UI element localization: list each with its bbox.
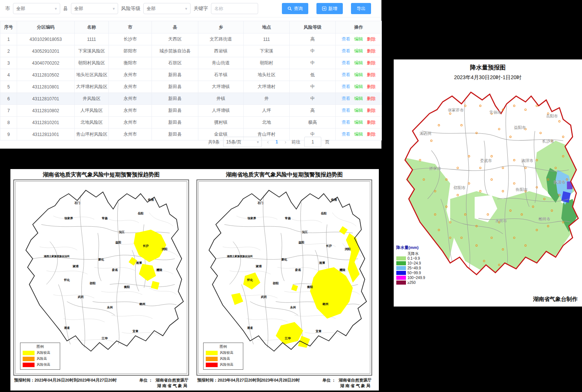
legend-label: 风险较高	[220, 350, 233, 355]
cell-county: 石鼓区	[152, 57, 198, 69]
view-link[interactable]: 查看	[342, 60, 351, 65]
delete-link[interactable]: 删除	[367, 108, 376, 113]
edit-link[interactable]: 编辑	[354, 36, 363, 42]
edit-link[interactable]: 编辑	[354, 120, 363, 125]
cell-town: 西岩镇	[198, 45, 244, 57]
station-marker	[479, 190, 481, 192]
legend-item: 无降水	[396, 251, 425, 256]
edit-link[interactable]: 编辑	[354, 72, 363, 77]
view-link[interactable]: 查看	[342, 132, 351, 137]
add-button[interactable]: 新增	[316, 3, 343, 14]
cell-risk: 高	[290, 33, 336, 45]
prev-page-button[interactable]: ‹	[266, 139, 270, 145]
view-link[interactable]: 查看	[342, 108, 351, 113]
station-marker	[562, 136, 564, 138]
legend-swatch	[396, 261, 406, 265]
delete-link[interactable]: 删除	[367, 36, 376, 42]
goto-page-input[interactable]	[304, 137, 321, 147]
delete-link[interactable]: 删除	[367, 60, 376, 65]
edit-link[interactable]: 编辑	[354, 132, 363, 137]
export-button[interactable]: 导出	[351, 3, 371, 14]
unit-label: 单位 ：	[322, 378, 336, 389]
view-link[interactable]: 查看	[342, 48, 351, 54]
page-size-select[interactable]: 15条/页 ▾	[223, 137, 262, 147]
cell-county: 城步苗族自治县	[152, 45, 198, 57]
county-label: 临湘	[148, 198, 154, 201]
table-row: 443112810502地头社区风险区永州市新田县石羊镇地头社区低查看编辑删除	[0, 69, 382, 81]
county-label: 通道	[64, 326, 70, 330]
keyword-input[interactable]	[211, 3, 258, 14]
station-marker	[461, 124, 462, 126]
trend-maps-panel: 湖南省地质灾害气象风险中短期预警预报趋势图 石门张家界常德临湘岳阳沅江益阳湘西土…	[10, 169, 379, 391]
yellow-risk-patch	[346, 233, 360, 283]
cell-place: 地头社区	[244, 69, 290, 81]
current-page[interactable]: 1	[274, 139, 280, 145]
delete-link[interactable]: 删除	[367, 72, 376, 77]
cell-place: 朝阳村	[244, 57, 290, 69]
legend-label: 50~99.9	[407, 271, 421, 275]
table-row: 243052910201下宋溪风险区邵阳市城步苗族自治县西岩镇下宋溪中查看编辑删…	[0, 45, 382, 57]
delete-link[interactable]: 删除	[367, 96, 376, 101]
county-label: 醴陵	[156, 268, 162, 272]
view-link[interactable]: 查看	[342, 84, 351, 89]
export-button-label: 导出	[357, 6, 365, 12]
county-select[interactable]: 全部 ▾	[71, 3, 118, 14]
delete-link[interactable]: 删除	[367, 48, 376, 54]
cell-risk: 中	[290, 57, 336, 69]
county-label: 益阳	[115, 241, 121, 244]
county-label: 益阳	[298, 241, 305, 244]
county-label: 武冈	[260, 295, 267, 299]
column-header: 分区编码	[17, 21, 75, 33]
edit-link[interactable]: 编辑	[354, 96, 363, 101]
chevron-down-icon: ▾	[257, 140, 259, 145]
column-header: 序号	[0, 21, 17, 33]
delete-link[interactable]: 删除	[367, 120, 376, 125]
cell-actions: 查看编辑删除	[336, 93, 382, 105]
city-label: 湘潭市	[521, 158, 533, 163]
county-select-value: 全部	[74, 6, 83, 12]
precip-map-title: 降水量预报图	[394, 59, 582, 72]
county-label: 宜章	[316, 330, 322, 333]
cell-town: 井镇	[198, 93, 244, 105]
edit-link[interactable]: 编辑	[354, 60, 363, 65]
county-label: 临湘	[331, 198, 337, 201]
delete-link[interactable]: 删除	[367, 132, 376, 137]
goto-label: 前往	[292, 139, 300, 145]
station-marker	[479, 167, 481, 169]
cell-name: 朝阳村风险区	[75, 57, 109, 69]
search-icon	[287, 6, 292, 11]
county-label: 通道	[247, 326, 253, 330]
county-label: 湘西土家族苗族自治州	[227, 255, 253, 258]
cell-county: 新田县	[152, 105, 198, 117]
yellow-risk-patch	[298, 336, 310, 348]
cell-place: 大坪塘村	[244, 81, 290, 93]
view-link[interactable]: 查看	[342, 96, 351, 101]
county-label: 醴陵	[339, 268, 345, 272]
cell-no: 5	[0, 81, 17, 93]
next-page-button[interactable]: ›	[283, 139, 288, 145]
risk-level-select[interactable]: 全部 ▾	[143, 3, 191, 14]
city-select[interactable]: 全部 ▾	[13, 3, 60, 14]
cell-no: 2	[0, 45, 17, 57]
edit-link[interactable]: 编辑	[354, 84, 363, 89]
legend-label: 风险很高	[220, 362, 233, 367]
county-label: 张家界	[247, 217, 256, 220]
cell-risk: 极高	[290, 117, 336, 129]
city-label: 怀化市	[429, 166, 441, 171]
trend-map-title: 湖南省地质灾害气象风险中短期预警预报趋势图	[13, 171, 189, 179]
unit-org1: 湖南省自然资源厅	[156, 378, 188, 383]
station-marker	[536, 105, 538, 107]
city-label: 株洲市	[553, 179, 565, 184]
view-link[interactable]: 查看	[342, 36, 351, 42]
edit-link[interactable]: 编辑	[354, 108, 363, 113]
legend-swatch	[23, 363, 35, 367]
delete-link[interactable]: 删除	[367, 84, 376, 89]
cell-code: 43112810201	[17, 117, 75, 129]
search-button[interactable]: 查询	[282, 3, 308, 14]
view-link[interactable]: 查看	[342, 72, 351, 77]
table-row: 343040700202朝阳村风险区衡阳市石鼓区青山街道朝阳村中查看编辑删除	[0, 57, 382, 69]
view-link[interactable]: 查看	[342, 120, 351, 125]
edit-link[interactable]: 编辑	[354, 48, 363, 54]
cell-no: 7	[0, 105, 17, 117]
legend-title: 图例	[206, 344, 241, 349]
